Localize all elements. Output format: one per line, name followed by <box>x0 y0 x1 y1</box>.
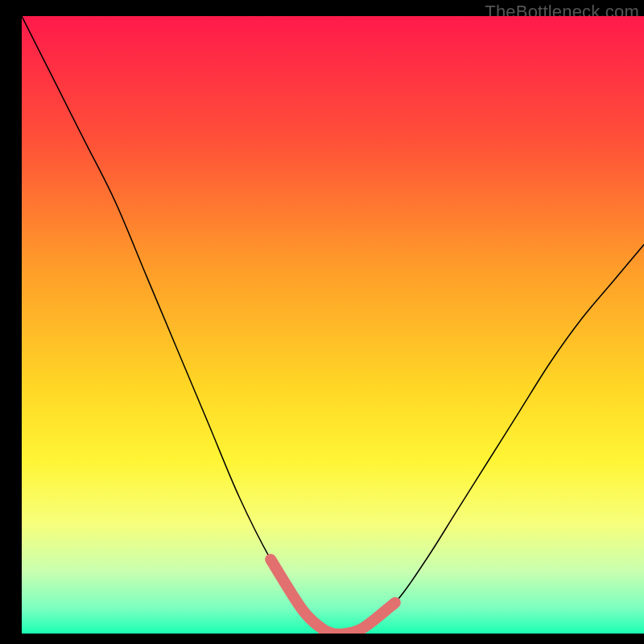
chart-plot-area <box>22 16 644 634</box>
gradient-background <box>22 16 644 634</box>
chart-frame: TheBottleneck.com <box>22 0 644 634</box>
bottleneck-chart <box>22 16 644 634</box>
